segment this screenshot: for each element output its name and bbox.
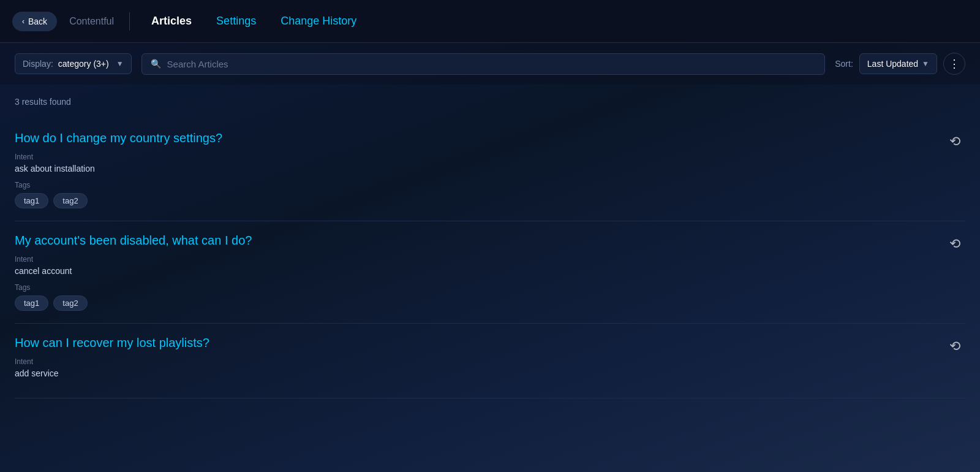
toolbar: Display: category (3+) ▼ 🔍 Sort: Last Up… bbox=[0, 43, 980, 85]
article-content: How can I recover my lost playlists? Int… bbox=[15, 336, 965, 378]
article-item[interactable]: How do I change my country settings? Int… bbox=[15, 119, 965, 221]
chevron-down-icon: ▼ bbox=[116, 59, 124, 68]
tag-pill: tag2 bbox=[53, 193, 87, 208]
intent-label: Intent bbox=[15, 357, 929, 366]
sort-dropdown[interactable]: Last Updated ▼ bbox=[859, 53, 937, 74]
article-title[interactable]: How do I change my country settings? bbox=[15, 131, 929, 145]
content-area: 3 results found How do I change my count… bbox=[0, 85, 980, 411]
tag-pill: tag1 bbox=[15, 295, 48, 311]
tag-pill: tag1 bbox=[15, 193, 48, 208]
sort-value: Last Updated bbox=[867, 59, 918, 69]
tags-label: Tags bbox=[15, 181, 929, 189]
nav-articles[interactable]: Articles bbox=[145, 15, 198, 28]
search-input[interactable] bbox=[167, 59, 816, 69]
display-filter-dropdown[interactable]: Display: category (3+) ▼ bbox=[15, 53, 132, 74]
article-title[interactable]: How can I recover my lost playlists? bbox=[15, 336, 929, 350]
tags-label: Tags bbox=[15, 283, 929, 292]
history-icon[interactable]: ⟲ bbox=[949, 338, 960, 354]
tags-row: tag1tag2 bbox=[15, 295, 929, 311]
results-count: 3 results found bbox=[15, 97, 965, 107]
tags-row: tag1tag2 bbox=[15, 193, 929, 208]
back-button[interactable]: ‹ Back bbox=[12, 12, 57, 31]
article-title[interactable]: My account's been disabled, what can I d… bbox=[15, 234, 929, 248]
search-icon: 🔍 bbox=[151, 59, 161, 69]
header: ‹ Back Contentful Articles Settings Chan… bbox=[0, 0, 980, 43]
display-label: Display: bbox=[23, 59, 53, 69]
brand-label: Contentful bbox=[69, 16, 114, 27]
more-icon: ⋮ bbox=[949, 57, 960, 70]
article-item[interactable]: My account's been disabled, what can I d… bbox=[15, 221, 965, 324]
article-content: How do I change my country settings? Int… bbox=[15, 131, 965, 208]
search-bar: 🔍 bbox=[141, 53, 826, 75]
sort-label: Sort: bbox=[835, 59, 853, 69]
back-label: Back bbox=[28, 17, 47, 26]
intent-label: Intent bbox=[15, 153, 929, 161]
sort-container: Sort: Last Updated ▼ ⋮ bbox=[835, 53, 965, 75]
nav-settings[interactable]: Settings bbox=[210, 15, 262, 28]
intent-value: add service bbox=[15, 368, 929, 378]
intent-label: Intent bbox=[15, 255, 929, 264]
nav-divider bbox=[129, 12, 130, 31]
chevron-left-icon: ‹ bbox=[22, 17, 24, 26]
history-icon[interactable]: ⟲ bbox=[949, 236, 960, 252]
article-content: My account's been disabled, what can I d… bbox=[15, 234, 965, 311]
more-options-button[interactable]: ⋮ bbox=[943, 53, 965, 75]
intent-value: cancel account bbox=[15, 266, 929, 276]
nav-change-history[interactable]: Change History bbox=[274, 15, 363, 28]
article-item[interactable]: How can I recover my lost playlists? Int… bbox=[15, 324, 965, 398]
display-value: category (3+) bbox=[58, 59, 109, 69]
history-icon[interactable]: ⟲ bbox=[949, 134, 960, 150]
sort-chevron-icon: ▼ bbox=[922, 59, 929, 68]
intent-value: ask about installation bbox=[15, 164, 929, 173]
tag-pill: tag2 bbox=[53, 295, 87, 311]
articles-list: How do I change my country settings? Int… bbox=[15, 119, 965, 398]
